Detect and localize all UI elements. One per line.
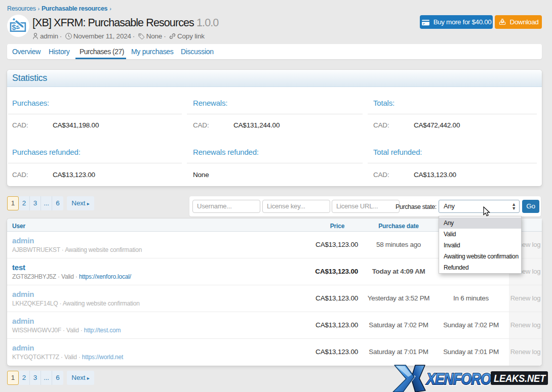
svg-text:XENFORO: XENFORO: [425, 370, 491, 388]
svg-text:$: $: [12, 23, 16, 31]
svg-text:LEAKS.NET: LEAKS.NET: [494, 372, 546, 384]
